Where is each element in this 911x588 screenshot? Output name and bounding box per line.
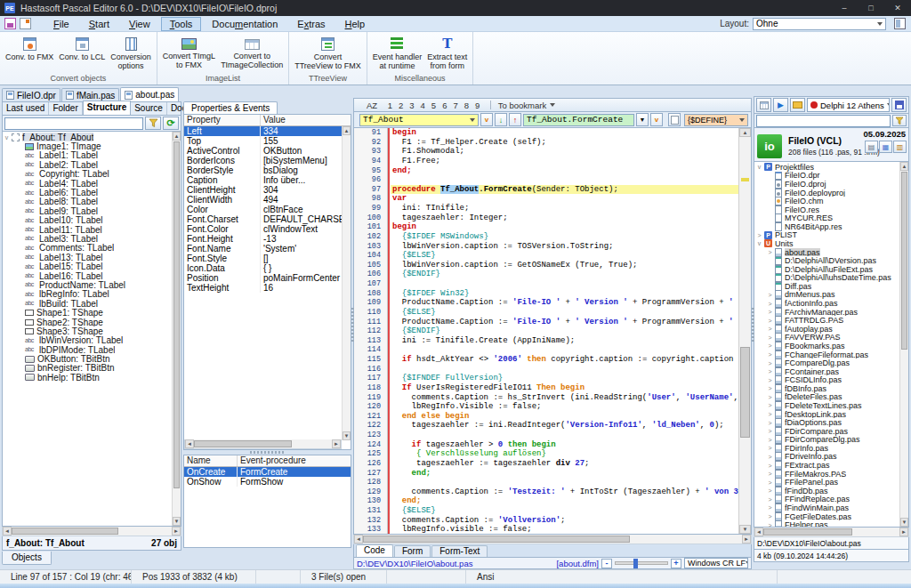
code-text[interactable]: {$ELSE} <box>391 251 738 261</box>
code-line[interactable]: 117 {$IFNDEF FullVersion} <box>354 374 738 383</box>
code-text[interactable]: begin <box>391 222 738 232</box>
property-value[interactable]: [] <box>261 254 351 263</box>
tree-item[interactable]: FileIO.chm <box>755 197 899 205</box>
code-line[interactable]: 132 comments.Caption := 'Vollversion'; <box>354 516 738 526</box>
code-line[interactable]: 97procedure Tf_About.FormCreate(Sender: … <box>354 185 738 195</box>
tree-item[interactable]: >fDBInfo.pas <box>755 384 899 393</box>
table-add-button[interactable]: ▦ <box>879 141 892 153</box>
property-row[interactable]: BorderStylebsDialog <box>184 165 351 175</box>
code-text[interactable]: lbRegInfo.visible := false; <box>391 525 738 534</box>
tree-item[interactable]: abcLabel9: TLabel <box>3 206 172 215</box>
expand-icon[interactable]: > <box>755 232 763 238</box>
card-button[interactable]: ▤ <box>865 141 878 153</box>
code-line[interactable]: 112 {$ENDIF} <box>354 326 738 336</box>
code-line[interactable]: 118 If UserIsRegisteredFileIO11 Then beg… <box>354 383 738 393</box>
tree-item[interactable]: abcLabel15: TLabel <box>3 262 172 270</box>
tree-item[interactable]: >FDirCompare.pas <box>755 427 899 436</box>
tree-item[interactable]: >FATTRDLG.PAS <box>755 316 899 325</box>
code-lines[interactable]: 91begin92 F1 := Tf_Helper.Create (self);… <box>354 128 738 534</box>
ribbon-button-convert-timgl-to-fmx[interactable]: Convert TImgL to FMX <box>160 34 218 69</box>
tree-item[interactable]: abcLabel1: TLabel <box>3 151 172 160</box>
property-value[interactable]: clBtnFace <box>261 205 351 214</box>
tree-item[interactable]: D:\DelphiAll\uhsDateTime.pas <box>755 274 899 283</box>
property-grid-vscrollbar[interactable]: ▲ ▼ <box>342 126 351 440</box>
code-line[interactable]: 91begin <box>354 128 738 138</box>
scrollbar-thumb[interactable] <box>194 440 292 447</box>
property-value[interactable]: clWindowText <box>261 224 351 234</box>
splitter-left[interactable] <box>351 308 354 343</box>
tree-item[interactable]: abcLabel10: TLabel <box>3 216 172 225</box>
method-dropdown-button[interactable]: ▼ <box>636 113 649 126</box>
refresh-button[interactable]: ⟳ <box>163 117 179 130</box>
tree-item[interactable]: abcComments: TLabel <box>3 244 172 253</box>
property-value[interactable]: DEFAULT_CHARSET <box>261 214 351 224</box>
scroll-down-icon[interactable]: ▼ <box>900 518 908 527</box>
event-row[interactable]: OnCreateFormCreate <box>184 467 351 477</box>
tree-item[interactable]: >FFindReplace.pas <box>755 495 899 504</box>
scroll-right-icon[interactable]: ► <box>742 535 751 544</box>
property-value[interactable]: poMainFormCenter <box>261 273 351 283</box>
expand-icon[interactable]: > <box>766 402 774 408</box>
tree-item[interactable]: >FAVVERW.PAS <box>755 334 899 342</box>
code-text[interactable]: If UserIsRegisteredFileIO11 Then begin <box>391 383 738 393</box>
code-text[interactable]: {$IFNDEF FullVersion} <box>391 374 738 383</box>
filter-button[interactable] <box>145 117 161 130</box>
code-text[interactable]: begin <box>391 128 738 138</box>
property-row[interactable]: ClientWidth494 <box>184 195 351 205</box>
code-line[interactable]: 96 <box>354 175 738 185</box>
tree-item[interactable]: Diff.pas <box>755 282 899 291</box>
method-jump-button[interactable]: v <box>650 113 663 126</box>
tree-item[interactable]: bnHelp: TBitBtn <box>3 373 172 382</box>
tree-item[interactable]: abclbRegInfo: TLabel <box>3 290 172 299</box>
scrollbar-thumb[interactable] <box>740 347 750 438</box>
tree-item[interactable]: >fActionInfo.pas <box>755 299 899 308</box>
expand-icon[interactable]: > <box>766 471 774 477</box>
scroll-left-icon[interactable]: ◄ <box>185 439 194 448</box>
code-line[interactable]: 102 {$IFDEF MSWindows} <box>354 232 738 242</box>
tree-item[interactable]: abcLabel13: TLabel <box>3 253 172 262</box>
tree-item[interactable]: >FCompareDlg.pas <box>755 358 899 367</box>
menu-item-view[interactable]: View <box>120 17 159 31</box>
collapse-icon[interactable]: v <box>755 164 763 170</box>
code-text[interactable]: {$ELSE} <box>391 308 738 318</box>
property-value[interactable]: OKButton <box>261 146 351 156</box>
code-text[interactable]: F1.Free; <box>391 157 738 166</box>
tree-item[interactable]: abcLabel3: TLabel <box>3 234 172 243</box>
property-value[interactable]: 334 <box>261 126 351 136</box>
tree-item[interactable]: >FCSIDLInfo.pas <box>755 375 899 384</box>
expand-icon[interactable]: > <box>766 318 774 324</box>
expand-icon[interactable]: > <box>766 496 774 503</box>
save-project-button[interactable] <box>891 98 907 112</box>
expand-icon[interactable]: > <box>766 513 774 520</box>
tree-item[interactable]: bnRegister: TBitBtn <box>3 364 172 373</box>
current-code-line-text[interactable]: procedure Tf_About.FormCreate(Sender: TO… <box>391 185 738 195</box>
tree-item[interactable]: >FFilePanel.pas <box>755 478 899 487</box>
tree-item[interactable]: >FContainer.pas <box>755 367 899 376</box>
ribbon-button-convert-to-timagecollection[interactable]: Convert to TImageCollection <box>218 34 286 69</box>
property-row[interactable]: ActiveControlOKButton <box>184 146 351 156</box>
code-line[interactable]: 121 end else begin <box>354 412 738 422</box>
tree-item[interactable]: abclbDPIMode: TLabel <box>3 345 172 354</box>
code-text[interactable]: F1 := Tf_Helper.Create (self); <box>391 138 738 148</box>
menu-item-tools[interactable]: Tools <box>161 17 202 31</box>
scroll-up-icon[interactable]: ▲ <box>173 132 181 141</box>
code-text[interactable]: {$ENDIF} <box>391 326 738 336</box>
code-line[interactable]: 98var <box>354 194 738 204</box>
collapse-icon[interactable]: v <box>755 240 763 246</box>
project-search-input[interactable] <box>756 115 891 127</box>
view-tab-structure[interactable]: Structure <box>83 101 131 115</box>
tree-item[interactable]: MYCUR.RES <box>755 213 899 222</box>
code-line[interactable]: 123 <box>354 431 738 440</box>
tree-item[interactable]: >fDesktopLink.pas <box>755 410 899 419</box>
expand-icon[interactable]: > <box>766 394 774 400</box>
code-text[interactable] <box>391 279 738 289</box>
close-button[interactable]: ✕ <box>884 0 911 16</box>
view-tab-last-used[interactable]: Last used <box>3 102 49 115</box>
code-line[interactable]: 95end; <box>354 166 738 176</box>
code-text[interactable]: { Verschlüsselung auflösen} <box>391 449 738 459</box>
tree-item[interactable]: FileIO.deployproj <box>755 189 899 197</box>
tree-item[interactable]: >FArchivManager.pas <box>755 308 899 317</box>
code-line[interactable]: 113 ini := Tinifile.Create (AppIniName); <box>354 336 738 346</box>
expand-icon[interactable]: > <box>766 437 774 443</box>
tree-item[interactable]: abcLabel16: TLabel <box>3 271 172 280</box>
